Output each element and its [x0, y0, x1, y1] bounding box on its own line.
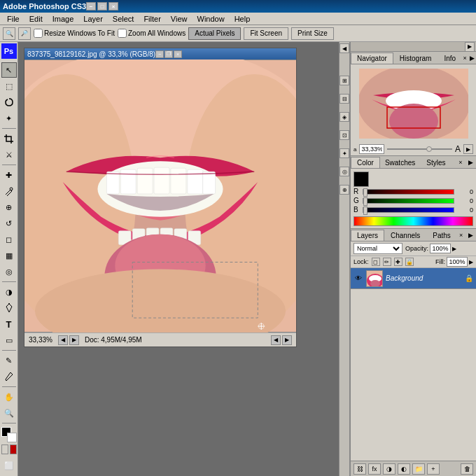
color-swatches[interactable]	[1, 427, 17, 442]
print-size-button[interactable]: Print Size	[291, 27, 334, 40]
tab-color[interactable]: Color	[351, 157, 380, 168]
layers-expand[interactable]: ▶	[466, 231, 475, 239]
menu-edit[interactable]: Edit	[25, 14, 47, 24]
new-layer-btn[interactable]: +	[427, 463, 440, 475]
menu-help[interactable]: Help	[230, 14, 255, 24]
background-color[interactable]	[7, 433, 17, 442]
panel-tool-2[interactable]: ⊟	[340, 94, 349, 104]
layer-background[interactable]: 👁 Background 🔒	[351, 268, 476, 289]
panel-tool-7[interactable]: ⊕	[340, 185, 349, 195]
resize-windows-checkbox[interactable]: Resize Windows To Fit	[34, 29, 115, 38]
crop-tool[interactable]	[1, 131, 17, 146]
zoom-slider[interactable]	[387, 148, 452, 150]
notes-tool[interactable]: ✎	[1, 353, 17, 368]
magic-wand-tool[interactable]: ✦	[1, 111, 17, 126]
gradient-tool[interactable]: ▦	[1, 248, 17, 263]
blend-mode-select[interactable]: Normal	[354, 243, 402, 254]
zoom-percent-input[interactable]	[359, 144, 384, 154]
panel-tool-6[interactable]: ◎	[340, 167, 349, 176]
type-tool[interactable]: T	[1, 316, 17, 332]
panel-collapse-btn[interactable]: ◀	[340, 43, 349, 53]
move-tool[interactable]: ↖	[1, 62, 17, 78]
actual-pixels-button[interactable]: Actual Pixels	[188, 27, 241, 40]
color-close[interactable]: ×	[456, 158, 465, 167]
close-button[interactable]: ×	[108, 2, 118, 10]
menu-view[interactable]: View	[167, 14, 192, 24]
fill-arrow[interactable]: ▶	[469, 259, 473, 265]
zoom-out-button[interactable]: 🔎	[18, 27, 31, 40]
b-slider[interactable]	[363, 207, 454, 213]
menu-window[interactable]: Window	[193, 14, 229, 24]
zoom-tool[interactable]: 🔍	[1, 405, 17, 421]
tab-channels[interactable]: Channels	[384, 230, 426, 241]
tab-layers[interactable]: Layers	[351, 230, 384, 241]
layer-visibility-icon[interactable]: 👁	[354, 274, 363, 284]
slice-tool[interactable]: ⚔	[1, 147, 17, 162]
adjustment-layer-btn[interactable]: ◐	[398, 463, 410, 475]
page-next[interactable]: ▶	[282, 335, 292, 345]
zoom-all-checkbox[interactable]: Zoom All Windows	[118, 29, 186, 38]
scroll-right[interactable]: ▶	[69, 335, 79, 345]
panel-tool-3[interactable]: ◈	[340, 112, 349, 122]
eraser-tool[interactable]: ◻	[1, 232, 17, 247]
lasso-tool[interactable]	[1, 94, 17, 110]
color-spectrum[interactable]	[354, 216, 473, 226]
lock-all-btn[interactable]: 🔒	[405, 258, 414, 266]
delete-layer-btn[interactable]: 🗑	[461, 463, 473, 475]
opacity-arrow[interactable]: ▶	[452, 246, 456, 252]
eyedropper-tool[interactable]	[1, 369, 17, 384]
quick-mask-button[interactable]	[10, 444, 17, 454]
opacity-input[interactable]	[430, 244, 451, 253]
g-slider[interactable]	[363, 198, 454, 204]
tab-histogram[interactable]: Histogram	[393, 52, 438, 64]
fill-input[interactable]	[447, 257, 468, 267]
menu-layer[interactable]: Layer	[79, 14, 107, 24]
navigator-expand[interactable]: ▶	[469, 54, 475, 62]
maximize-button[interactable]: □	[97, 2, 107, 10]
doc-restore-button[interactable]: ❐	[164, 50, 173, 58]
tab-paths[interactable]: Paths	[426, 230, 457, 241]
new-group-btn[interactable]: 📁	[412, 463, 425, 475]
g-slider-thumb[interactable]	[363, 197, 368, 206]
normal-mode-button[interactable]	[1, 444, 8, 454]
brush-tool[interactable]	[1, 183, 17, 199]
layers-close[interactable]: ×	[457, 231, 465, 239]
b-slider-thumb[interactable]	[363, 206, 368, 215]
hand-tool[interactable]: ✋	[1, 389, 17, 405]
menu-select[interactable]: Select	[108, 14, 139, 24]
pen-tool[interactable]	[1, 300, 17, 316]
menu-image[interactable]: Image	[48, 14, 78, 24]
scroll-left[interactable]: ◀	[58, 335, 68, 345]
marquee-tool[interactable]: ⬚	[1, 78, 17, 94]
tab-styles[interactable]: Styles	[420, 157, 451, 168]
lock-pixels-btn[interactable]: ✏	[383, 258, 391, 266]
minimize-button[interactable]: −	[86, 2, 96, 10]
panel-tool-5[interactable]: ✦	[340, 148, 349, 158]
tab-info[interactable]: Info	[438, 52, 462, 64]
shape-tool[interactable]: ▭	[1, 332, 17, 348]
zoom-slider-thumb[interactable]	[426, 146, 432, 152]
panel-tool-4[interactable]: ⊡	[340, 130, 349, 140]
nav-menu-btn[interactable]: ▶	[463, 144, 473, 154]
color-expand[interactable]: ▶	[466, 158, 475, 167]
rp-expand-btn[interactable]: ▶	[465, 42, 475, 52]
fit-screen-button[interactable]: Fit Screen	[244, 27, 288, 40]
link-layers-btn[interactable]: ⛓	[354, 463, 366, 475]
panel-tool-1[interactable]: ⊞	[340, 76, 349, 85]
r-slider-thumb[interactable]	[363, 188, 368, 197]
layer-style-btn[interactable]: fx	[368, 463, 381, 475]
tab-swatches[interactable]: Swatches	[380, 157, 420, 168]
r-slider[interactable]	[363, 189, 454, 195]
doc-min-button[interactable]: −	[155, 50, 164, 58]
page-prev[interactable]: ◀	[271, 335, 281, 345]
navigator-close[interactable]: ×	[462, 54, 468, 62]
lock-transparent-btn[interactable]: ◻	[372, 258, 380, 266]
tab-navigator[interactable]: Navigator	[351, 52, 393, 64]
screen-mode-button[interactable]: ⬜	[1, 458, 17, 473]
color-fg-preview[interactable]	[354, 172, 369, 187]
zoom-in-button[interactable]: 🔍	[3, 27, 15, 40]
doc-close-button[interactable]: ×	[174, 50, 182, 58]
clone-tool[interactable]: ⊕	[1, 200, 17, 215]
menu-filter[interactable]: Filter	[139, 14, 164, 24]
layer-mask-btn[interactable]: ◑	[383, 463, 396, 475]
